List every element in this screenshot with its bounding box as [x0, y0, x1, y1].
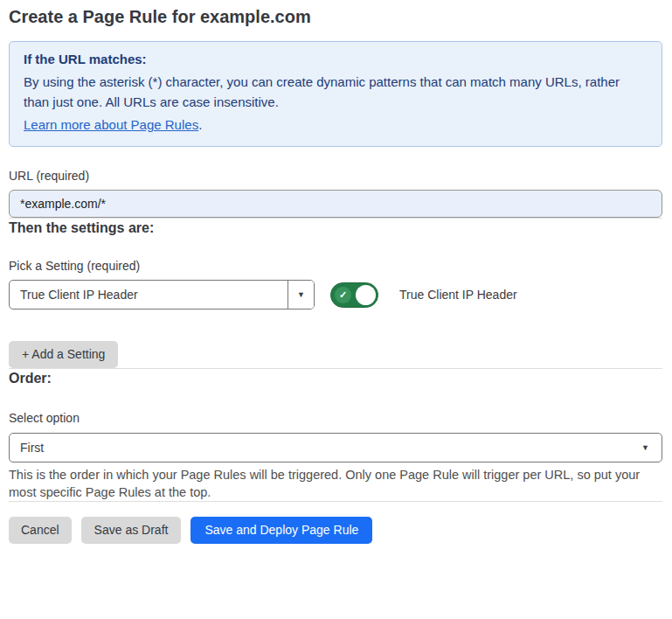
order-section-heading: Order: — [9, 369, 662, 387]
link-period: . — [198, 117, 202, 132]
footer-divider — [9, 501, 662, 502]
page-title: Create a Page Rule for example.com — [9, 5, 662, 28]
save-draft-button[interactable]: Save as Draft — [81, 517, 182, 544]
order-select[interactable]: First ▼ — [9, 433, 662, 463]
toggle-label: True Client IP Header — [399, 288, 517, 302]
check-icon: ✓ — [335, 287, 351, 303]
setting-row: True Client IP Header ▼ ✓ True Client IP… — [9, 280, 662, 310]
add-setting-button[interactable]: + Add a Setting — [9, 341, 118, 368]
url-input[interactable] — [9, 190, 662, 218]
setting-select[interactable]: True Client IP Header ▼ — [9, 280, 315, 310]
toggle-wrap: ✓ True Client IP Header — [330, 282, 517, 308]
url-match-info-box: If the URL matches: By using the asteris… — [9, 41, 662, 147]
setting-select-value: True Client IP Header — [10, 281, 288, 309]
pick-setting-label: Pick a Setting (required) — [9, 258, 662, 274]
dropdown-arrow-glyph: ▼ — [641, 444, 649, 452]
chevron-down-icon: ▼ — [641, 434, 662, 462]
info-link-line: Learn more about Page Rules. — [24, 115, 648, 135]
true-client-ip-toggle[interactable]: ✓ — [330, 282, 378, 308]
toggle-knob — [356, 285, 376, 305]
footer-actions: Cancel Save as Draft Save and Deploy Pag… — [9, 517, 662, 544]
info-box-body: By using the asterisk (*) character, you… — [24, 72, 648, 112]
order-select-value: First — [10, 434, 641, 462]
info-box-heading: If the URL matches: — [24, 52, 648, 66]
learn-more-link[interactable]: Learn more about Page Rules — [24, 117, 198, 132]
order-help-text: This is the order in which your Page Rul… — [9, 466, 657, 501]
cancel-button[interactable]: Cancel — [9, 517, 72, 544]
settings-section-heading: Then the settings are: — [9, 219, 662, 237]
save-deploy-button[interactable]: Save and Deploy Page Rule — [191, 517, 372, 544]
url-field-label: URL (required) — [9, 168, 662, 184]
order-select-label: Select option — [9, 410, 662, 426]
chevron-down-icon[interactable]: ▼ — [288, 281, 314, 309]
dropdown-arrow-glyph: ▼ — [297, 291, 305, 299]
create-page-rule-form: Create a Page Rule for example.com If th… — [0, 0, 672, 544]
